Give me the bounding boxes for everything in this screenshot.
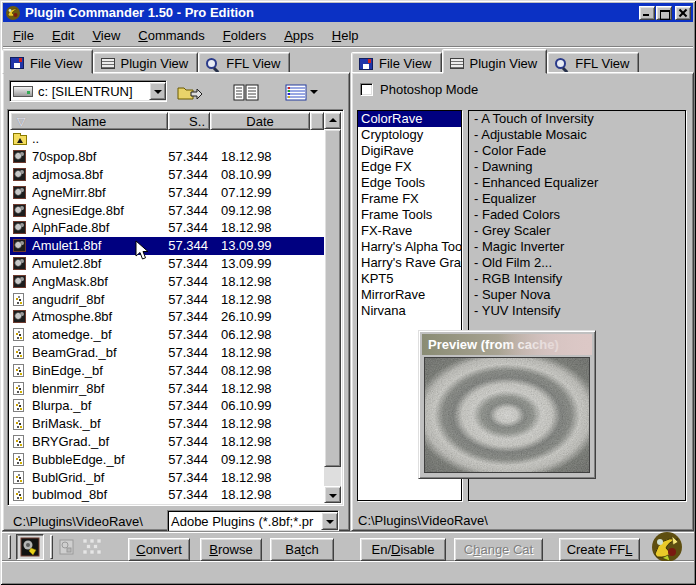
- tab[interactable]: File View: [351, 52, 442, 73]
- table-row[interactable]: ..: [10, 130, 324, 148]
- list-item[interactable]: Harry's Rave Grads: [358, 255, 461, 271]
- menu-item[interactable]: Commands: [129, 26, 213, 45]
- photoshop-mode-row[interactable]: Photoshop Mode: [360, 82, 478, 97]
- table-row[interactable]: BriMask._bf 57.344 18.12.98: [10, 415, 324, 433]
- list-item[interactable]: - YUV Intensify: [469, 303, 685, 319]
- tab[interactable]: FFL View: [547, 52, 639, 73]
- file-date: 26.10.99: [210, 309, 310, 324]
- list-item[interactable]: DigiRave: [358, 143, 461, 159]
- menu-item[interactable]: View: [83, 26, 129, 45]
- filter-select[interactable]: Adobe Plugins (*.8bf;*.pr: [167, 510, 339, 532]
- action-button[interactable]: Create FFL: [559, 538, 640, 561]
- table-row[interactable]: AgnesiEdge.8bf 57.344 09.12.98: [10, 201, 324, 219]
- maximize-button[interactable]: [656, 6, 672, 20]
- menu-item[interactable]: Folders: [214, 26, 275, 45]
- list-item[interactable]: - Enhanced Equalizer: [469, 175, 685, 191]
- table-row[interactable]: BublGrid._bf 57.344 18.12.98: [10, 468, 324, 486]
- column-header-name[interactable]: ▽ Name: [10, 112, 168, 130]
- table-row[interactable]: angudrif_8bf 57.344 18.12.98: [10, 290, 324, 308]
- menu-item[interactable]: Edit: [43, 26, 83, 45]
- action-button[interactable]: Change Cat: [454, 538, 543, 561]
- titlebar[interactable]: Plugin Commander 1.50 - Pro Edition: [3, 3, 693, 22]
- table-row[interactable]: AngMask.8bf 57.344 18.12.98: [10, 272, 324, 290]
- scroll-down-button[interactable]: [324, 486, 341, 503]
- list-item[interactable]: - A Touch of Inversity: [469, 111, 685, 127]
- list-item[interactable]: - Magic Inverter: [469, 239, 685, 255]
- tab[interactable]: Plugin View: [442, 49, 548, 74]
- list-item[interactable]: - Old Film 2...: [469, 255, 685, 271]
- list-item[interactable]: FX-Rave: [358, 223, 461, 239]
- vertical-scrollbar[interactable]: [data-name="scroll-up-button"]::after{di…: [324, 112, 341, 503]
- list-item[interactable]: Frame Tools: [358, 207, 461, 223]
- list-item[interactable]: - Dawning: [469, 159, 685, 175]
- table-row[interactable]: BinEdge._bf 57.344 08.12.98: [10, 361, 324, 379]
- list-item[interactable]: Cryptology: [358, 127, 461, 143]
- column-header-date[interactable]: Date: [210, 112, 310, 130]
- file-size: 57.344: [168, 398, 210, 413]
- folder-go-icon: [177, 84, 203, 100]
- menu-item[interactable]: Apps: [275, 26, 323, 45]
- list-item[interactable]: Edge FX: [358, 159, 461, 175]
- list-item[interactable]: - Faded Colors: [469, 207, 685, 223]
- list-item[interactable]: MirrorRave: [358, 287, 461, 303]
- action-button[interactable]: En/Disable: [360, 538, 446, 561]
- tab[interactable]: Plugin View: [93, 52, 199, 73]
- menu-item[interactable]: Help: [323, 26, 368, 45]
- table-row[interactable]: Atmosphe.8bf 57.344 26.10.99: [10, 308, 324, 326]
- list-item[interactable]: ColorRave: [358, 111, 461, 127]
- list-item[interactable]: - RGB Intensify: [469, 271, 685, 287]
- list-item[interactable]: - Adjustable Mosaic: [469, 127, 685, 143]
- photoshop-mode-checkbox[interactable]: [360, 83, 373, 96]
- menu-item[interactable]: File: [4, 26, 43, 45]
- table-row[interactable]: Amulet2.8bf 57.344 13.09.99: [10, 255, 324, 273]
- goto-folder-button[interactable]: [175, 81, 205, 103]
- list-item[interactable]: - Color Fade: [469, 143, 685, 159]
- plugin-mode-button[interactable]: [16, 534, 44, 560]
- table-row[interactable]: AlphFade.8bf 57.344 18.12.98: [10, 219, 324, 237]
- report-view-button[interactable]: [231, 81, 261, 103]
- list-item[interactable]: - Grey Scaler: [469, 223, 685, 239]
- tab[interactable]: FFL View: [198, 52, 290, 73]
- file-size: 57.344: [168, 274, 210, 289]
- action-button[interactable]: Browse: [200, 538, 262, 561]
- list-item[interactable]: - Super Nova: [469, 287, 685, 303]
- table-row[interactable]: atomedge._bf 57.344 06.12.98: [10, 326, 324, 344]
- list-item[interactable]: KPT5: [358, 271, 461, 287]
- column-header-size[interactable]: S..: [168, 112, 210, 130]
- sort-descending-icon: ▽: [17, 115, 25, 128]
- minimize-button[interactable]: [639, 6, 655, 20]
- table-row[interactable]: AgneMirr.8bf 57.344 07.12.99: [10, 183, 324, 201]
- file-icon: [13, 399, 24, 412]
- drive-select-arrow[interactable]: [149, 82, 166, 100]
- filter-select-arrow[interactable]: [321, 512, 338, 530]
- list-item[interactable]: Harry's Alpha Tools: [358, 239, 461, 255]
- table-row[interactable]: BRYGrad._bf 57.344 18.12.98: [10, 433, 324, 451]
- list-item[interactable]: Nirvana: [358, 303, 461, 319]
- file-size: 57.344: [168, 363, 210, 378]
- scrollbar-thumb[interactable]: [324, 129, 341, 467]
- file-icon: [13, 488, 24, 501]
- table-row[interactable]: Amulet1.8bf 57.344 13.09.99: [10, 237, 324, 255]
- tab-label: File View: [379, 56, 432, 71]
- table-row[interactable]: bublmod_8bf 57.344 18.12.98: [10, 486, 324, 503]
- tab[interactable]: File View: [2, 49, 93, 74]
- drive-select[interactable]: c: [SILENTRUN]: [9, 80, 167, 102]
- table-row[interactable]: BubbleEdge._bf 57.344 09.12.98: [10, 450, 324, 468]
- table-row[interactable]: blenmirr_8bf 57.344 18.12.98: [10, 379, 324, 397]
- list-item[interactable]: Edge Tools: [358, 175, 461, 191]
- toolbar-grip[interactable]: [8, 535, 11, 559]
- table-row[interactable]: 70spop.8bf 57.344 18.12.98: [10, 148, 324, 166]
- list-item[interactable]: - Equalizer: [469, 191, 685, 207]
- list-item[interactable]: Frame FX: [358, 191, 461, 207]
- table-row[interactable]: BeamGrad._bf 57.344 18.12.98: [10, 344, 324, 362]
- close-button[interactable]: [675, 6, 691, 20]
- file-icon: [13, 204, 26, 217]
- table-row[interactable]: adjmosa.8bf 57.344 08.10.99: [10, 166, 324, 184]
- photoshop-mode-label: Photoshop Mode: [380, 82, 478, 97]
- file-date: 18.12.98: [210, 274, 310, 289]
- scroll-up-button[interactable]: [324, 112, 341, 129]
- table-row[interactable]: Blurpa._bf 57.344 06.10.99: [10, 397, 324, 415]
- action-button[interactable]: Batch: [270, 538, 334, 561]
- view-style-button[interactable]: [283, 81, 319, 103]
- action-button[interactable]: Convert: [128, 538, 190, 561]
